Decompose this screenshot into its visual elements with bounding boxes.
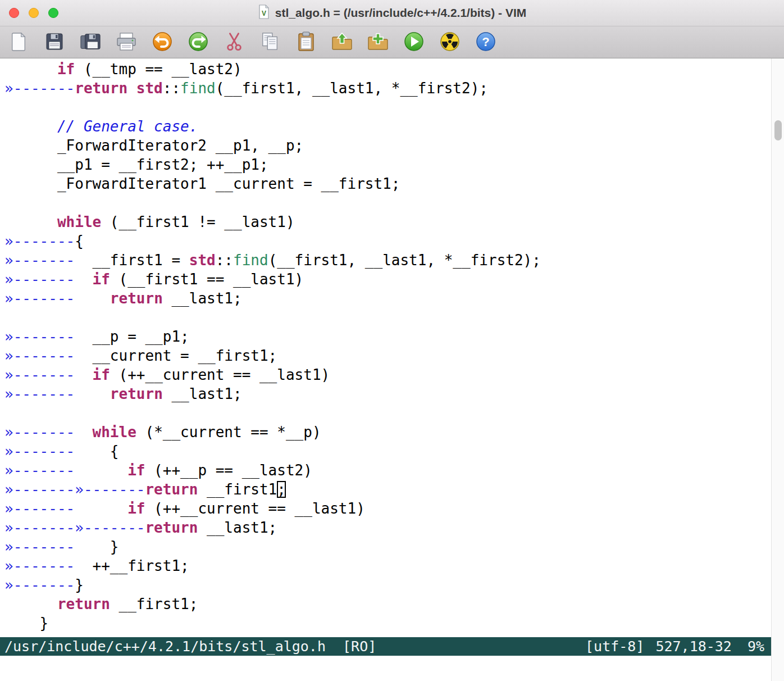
- code-segment: __last1;: [198, 519, 277, 536]
- new-file-button[interactable]: [7, 29, 30, 55]
- code-segment: [75, 290, 110, 307]
- code-segment: [75, 271, 92, 288]
- code-line: »-------»-------return __first1;: [4, 480, 771, 499]
- tab-fill-char: »-------: [4, 481, 75, 498]
- code-segment: std: [136, 80, 163, 97]
- code-segment: return: [145, 519, 198, 536]
- code-segment: if: [93, 366, 110, 383]
- build-tags-button[interactable]: [438, 29, 462, 55]
- tab-fill-char: »-------: [4, 576, 75, 593]
- command-line-area: [0, 656, 771, 681]
- code-segment: __first1: [198, 481, 277, 498]
- zoom-button[interactable]: [48, 8, 58, 18]
- title-bar: V stl_algo.h = (/usr/include/c++/4.2.1/b…: [0, 0, 784, 26]
- code-segment: (__tmp == __last2): [75, 61, 241, 78]
- code-line: [4, 403, 771, 423]
- print-button[interactable]: [115, 29, 138, 55]
- code-line: »-------}: [4, 575, 771, 594]
- document-icon: V: [258, 4, 270, 22]
- scrollbar[interactable]: [771, 58, 784, 681]
- cut-icon: [225, 31, 244, 54]
- close-button[interactable]: [9, 8, 19, 18]
- redo-button[interactable]: [186, 29, 210, 55]
- code-segment: ::: [216, 252, 233, 269]
- code-line: __p1 = __first2; ++__p1;: [4, 155, 771, 174]
- status-file-path: /usr/include/c++/4.2.1/bits/stl_algo.h […: [4, 637, 585, 656]
- tab-fill-char: »-------: [4, 519, 75, 536]
- code-segment: _ForwardIterator2 __p1, __p;: [4, 137, 303, 154]
- tab-fill-char: »-------: [4, 271, 75, 288]
- code-line: _ForwardIterator1 __current = __first1;: [4, 174, 771, 193]
- undo-button[interactable]: [151, 29, 174, 55]
- code-segment: return: [75, 80, 127, 97]
- code-segment: }: [4, 615, 48, 632]
- undo-icon: [152, 31, 173, 54]
- tab-fill-char: »-------: [4, 290, 75, 307]
- code-area[interactable]: if (__tmp == __last2)»-------return std:…: [0, 58, 771, 637]
- cut-button[interactable]: [222, 29, 246, 55]
- tab-fill-char: »-------: [4, 347, 75, 364]
- code-line: »------- if (++__current == __last1): [4, 365, 771, 384]
- code-line: »------- __current = __first1;: [4, 346, 771, 365]
- tab-fill-char: »-------: [4, 233, 75, 249]
- tab-fill-char: »-------: [4, 462, 75, 479]
- code-segment: (*__current == *__p): [136, 424, 321, 441]
- code-segment: [75, 366, 92, 383]
- code-segment: {: [75, 233, 84, 249]
- editor-column: if (__tmp == __last2)»-------return std:…: [0, 58, 771, 681]
- code-line: »------- }: [4, 537, 771, 556]
- run-script-icon: [403, 31, 425, 54]
- code-segment: return: [57, 596, 110, 612]
- copy-button[interactable]: [258, 29, 282, 55]
- svg-text:?: ?: [482, 35, 489, 49]
- save-all-button[interactable]: [79, 29, 102, 55]
- code-segment: if: [127, 500, 145, 517]
- code-line: [4, 98, 771, 117]
- print-icon: [116, 31, 137, 53]
- code-segment: while: [57, 214, 101, 230]
- code-segment: __first1 =: [75, 252, 189, 269]
- code-line: »------- if (++__current == __last1): [4, 499, 771, 518]
- load-session-button[interactable]: [330, 29, 354, 55]
- code-line: // General case.: [4, 117, 771, 136]
- traffic-lights: [9, 8, 58, 18]
- main-area: if (__tmp == __last2)»-------return std:…: [0, 58, 784, 681]
- tab-fill-char: »-------: [4, 424, 75, 441]
- scrollbar-thumb[interactable]: [774, 120, 782, 140]
- code-line: »------- if (__first1 == __last1): [4, 270, 771, 289]
- code-segment: return: [110, 385, 163, 402]
- status-ruler: 527,18-32: [655, 637, 731, 656]
- code-line: »------- ++__first1;: [4, 556, 771, 575]
- code-segment: }: [75, 576, 84, 593]
- help-button[interactable]: ?: [474, 29, 498, 55]
- code-segment: (__first1 != __last1): [101, 214, 294, 230]
- redo-icon: [188, 31, 209, 54]
- tab-fill-char: »-------: [4, 538, 75, 555]
- tab-fill-char: »-------: [4, 500, 75, 517]
- save-session-icon: [367, 31, 389, 53]
- minimize-button[interactable]: [29, 8, 39, 18]
- code-segment: __p = __p1;: [75, 328, 189, 345]
- code-line: »------- if (++__p == __last2): [4, 461, 771, 480]
- paste-button[interactable]: [294, 29, 318, 55]
- code-line: »------- __p = __p1;: [4, 327, 771, 346]
- window-title: V stl_algo.h = (/usr/include/c++/4.2.1/b…: [258, 4, 527, 22]
- code-segment: [4, 596, 57, 612]
- code-segment: (__first1, __last1, *__first2);: [268, 252, 541, 269]
- code-segment: find: [180, 80, 216, 97]
- code-segment: (++__current == __last1): [110, 366, 330, 383]
- status-encoding: [utf-8]: [585, 637, 644, 656]
- run-script-button[interactable]: [402, 29, 426, 55]
- code-segment: (__first1, __last1, *__first2);: [216, 80, 488, 97]
- tab-fill-char: »-------: [4, 557, 75, 574]
- status-scroll-percent: 9%: [747, 637, 764, 656]
- svg-text:V: V: [262, 10, 266, 17]
- code-segment: }: [75, 538, 118, 555]
- code-segment: if: [127, 462, 145, 479]
- save-session-button[interactable]: [366, 29, 390, 55]
- code-line: »------- return __last1;: [4, 384, 771, 403]
- save-button[interactable]: [43, 29, 66, 55]
- code-segment: return: [145, 481, 198, 498]
- code-segment: [75, 385, 110, 402]
- code-segment: if: [57, 61, 75, 78]
